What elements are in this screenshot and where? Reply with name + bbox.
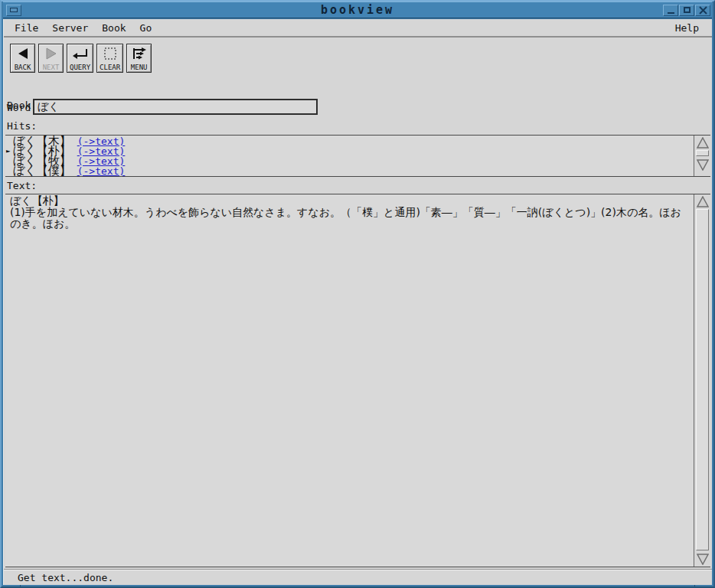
clear-button[interactable]: CLEAR bbox=[96, 44, 123, 73]
maximize-button[interactable] bbox=[679, 5, 694, 16]
status-bar: Get text...done. bbox=[4, 569, 712, 585]
back-button[interactable]: BACK bbox=[10, 44, 35, 73]
scroll-up-icon[interactable] bbox=[695, 136, 710, 149]
menu-tree-icon bbox=[131, 46, 148, 61]
menu-bar: File Server Book Go Help bbox=[4, 19, 712, 38]
scroll-down-icon[interactable] bbox=[695, 552, 710, 566]
hits-scroll-thumb[interactable] bbox=[696, 150, 709, 156]
close-icon bbox=[699, 6, 707, 15]
minimize-button[interactable] bbox=[663, 5, 678, 16]
return-arrow-icon bbox=[72, 46, 89, 61]
text-area: ぼく【朴】 (1)手を加えていない材木。うわべを飾らない自然なさま。すなお。（「… bbox=[5, 194, 710, 567]
text-scroll-thumb[interactable] bbox=[696, 209, 709, 550]
word-input[interactable] bbox=[33, 99, 318, 115]
menu-button[interactable]: MENU bbox=[126, 44, 152, 73]
text-label: Text: bbox=[7, 180, 37, 191]
client-area: File Server Book Go Help BACK NEXT bbox=[3, 19, 712, 585]
clear-button-label: CLEAR bbox=[100, 64, 120, 71]
maximize-icon bbox=[684, 7, 691, 13]
frame-tick bbox=[694, 585, 695, 586]
frame-tick bbox=[20, 585, 21, 586]
hit-entry: ぼく【僕】 bbox=[13, 166, 71, 176]
next-button-label: NEXT bbox=[43, 64, 60, 71]
next-arrow-icon bbox=[44, 46, 58, 61]
back-arrow-icon bbox=[16, 46, 30, 61]
query-button[interactable]: QUERY bbox=[67, 44, 93, 73]
bookview-window: bookview File Server Book Go Help bbox=[0, 0, 715, 588]
menu-book[interactable]: Book bbox=[95, 22, 132, 34]
scroll-down-icon[interactable] bbox=[695, 158, 710, 172]
hit-row: ぼく【僕】 (->text) bbox=[5, 166, 694, 176]
query-button-label: QUERY bbox=[70, 64, 90, 71]
menu-go[interactable]: Go bbox=[133, 22, 159, 34]
menu-button-label: MENU bbox=[131, 64, 148, 71]
minimize-icon bbox=[668, 12, 674, 14]
scroll-up-icon[interactable] bbox=[695, 194, 710, 208]
entry-heading: ぼく【朴】 bbox=[10, 195, 691, 207]
text-scrollbar[interactable] bbox=[694, 194, 710, 567]
menu-server[interactable]: Server bbox=[45, 22, 95, 34]
window-title: bookview bbox=[3, 3, 712, 17]
menu-help[interactable]: Help bbox=[668, 22, 706, 34]
next-button[interactable]: NEXT bbox=[38, 44, 64, 73]
titlebar[interactable]: bookview bbox=[3, 2, 712, 18]
selection-marker-icon: ► bbox=[6, 148, 10, 155]
entry-body: (1)手を加えていない材木。うわべを飾らない自然なさま。すなお。（「樸」と通用)… bbox=[10, 207, 691, 230]
hits-scrollbar[interactable] bbox=[694, 136, 710, 176]
dashed-box-icon bbox=[103, 46, 117, 61]
close-button[interactable] bbox=[695, 5, 710, 16]
hits-label: Hits: bbox=[7, 120, 37, 132]
menu-file[interactable]: File bbox=[4, 22, 45, 34]
status-message: Get text...done. bbox=[4, 572, 113, 583]
toolbar: BACK NEXT QUERY bbox=[10, 44, 152, 73]
hits-list: ぼく【木】 (->text) ► ぼく【朴】 (->text) ぼく【牧】 (-… bbox=[5, 135, 710, 177]
hit-text-link[interactable]: (->text) bbox=[77, 166, 126, 176]
back-button-label: BACK bbox=[15, 64, 31, 71]
